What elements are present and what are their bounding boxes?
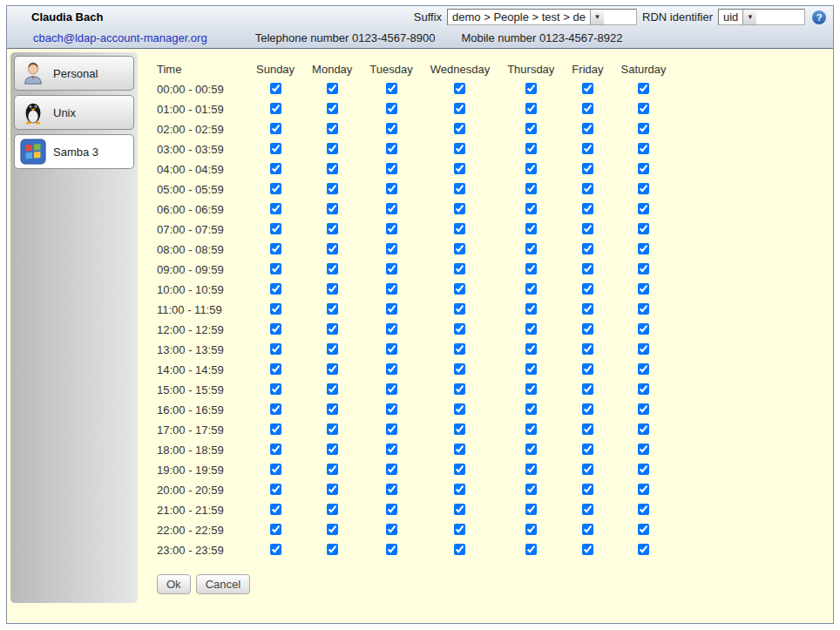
logon-hour-checkbox[interactable] — [454, 444, 465, 455]
logon-hour-checkbox[interactable] — [454, 123, 465, 134]
logon-hour-checkbox[interactable] — [327, 303, 338, 315]
logon-hour-checkbox[interactable] — [582, 223, 593, 234]
logon-hour-checkbox[interactable] — [386, 504, 397, 515]
logon-hour-checkbox[interactable] — [582, 544, 593, 555]
logon-hour-checkbox[interactable] — [638, 383, 649, 395]
logon-hour-checkbox[interactable] — [327, 83, 338, 94]
logon-hour-checkbox[interactable] — [525, 383, 537, 395]
logon-hour-checkbox[interactable] — [454, 383, 465, 395]
logon-hour-checkbox[interactable] — [638, 223, 649, 234]
logon-hour-checkbox[interactable] — [454, 223, 465, 234]
cancel-button[interactable]: Cancel — [196, 574, 250, 594]
logon-hour-checkbox[interactable] — [525, 544, 537, 555]
logon-hour-checkbox[interactable] — [386, 343, 397, 355]
logon-hour-checkbox[interactable] — [454, 143, 465, 154]
tab-personal[interactable]: Personal — [14, 56, 134, 91]
logon-hour-checkbox[interactable] — [582, 524, 593, 535]
logon-hour-checkbox[interactable] — [525, 423, 537, 435]
logon-hour-checkbox[interactable] — [270, 504, 281, 515]
logon-hour-checkbox[interactable] — [327, 143, 338, 154]
logon-hour-checkbox[interactable] — [454, 183, 465, 194]
logon-hour-checkbox[interactable] — [270, 383, 281, 395]
logon-hour-checkbox[interactable] — [525, 343, 537, 355]
logon-hour-checkbox[interactable] — [270, 464, 281, 475]
logon-hour-checkbox[interactable] — [386, 83, 397, 94]
logon-hour-checkbox[interactable] — [270, 223, 281, 234]
logon-hour-checkbox[interactable] — [525, 163, 537, 174]
logon-hour-checkbox[interactable] — [582, 283, 593, 295]
logon-hour-checkbox[interactable] — [327, 504, 338, 515]
logon-hour-checkbox[interactable] — [525, 403, 537, 415]
logon-hour-checkbox[interactable] — [582, 423, 593, 435]
logon-hour-checkbox[interactable] — [454, 243, 465, 254]
logon-hour-checkbox[interactable] — [525, 323, 537, 335]
logon-hour-checkbox[interactable] — [638, 263, 649, 274]
logon-hour-checkbox[interactable] — [525, 103, 537, 114]
logon-hour-checkbox[interactable] — [454, 403, 465, 415]
logon-hour-checkbox[interactable] — [525, 143, 537, 154]
logon-hour-checkbox[interactable] — [525, 243, 537, 254]
logon-hour-checkbox[interactable] — [582, 263, 593, 274]
logon-hour-checkbox[interactable] — [270, 123, 281, 134]
logon-hour-checkbox[interactable] — [454, 303, 465, 315]
logon-hour-checkbox[interactable] — [638, 524, 649, 535]
logon-hour-checkbox[interactable] — [270, 103, 281, 114]
logon-hour-checkbox[interactable] — [386, 484, 397, 495]
logon-hour-checkbox[interactable] — [327, 403, 338, 415]
logon-hour-checkbox[interactable] — [454, 83, 465, 94]
logon-hour-checkbox[interactable] — [525, 223, 537, 234]
logon-hour-checkbox[interactable] — [638, 423, 649, 435]
logon-hour-checkbox[interactable] — [327, 243, 338, 254]
logon-hour-checkbox[interactable] — [582, 143, 593, 154]
logon-hour-checkbox[interactable] — [386, 143, 397, 154]
logon-hour-checkbox[interactable] — [327, 123, 338, 134]
logon-hour-checkbox[interactable] — [386, 243, 397, 254]
logon-hour-checkbox[interactable] — [327, 363, 338, 375]
logon-hour-checkbox[interactable] — [454, 504, 465, 515]
logon-hour-checkbox[interactable] — [327, 263, 338, 274]
logon-hour-checkbox[interactable] — [525, 283, 537, 295]
logon-hour-checkbox[interactable] — [454, 524, 465, 535]
logon-hour-checkbox[interactable] — [386, 263, 397, 274]
logon-hour-checkbox[interactable] — [270, 183, 281, 194]
logon-hour-checkbox[interactable] — [525, 504, 537, 515]
logon-hour-checkbox[interactable] — [582, 363, 593, 375]
logon-hour-checkbox[interactable] — [270, 444, 281, 455]
logon-hour-checkbox[interactable] — [525, 524, 537, 535]
logon-hour-checkbox[interactable] — [454, 323, 465, 335]
logon-hour-checkbox[interactable] — [270, 423, 281, 435]
logon-hour-checkbox[interactable] — [582, 484, 593, 495]
logon-hour-checkbox[interactable] — [386, 283, 397, 295]
rdn-identifier-select[interactable]: uid ▼ — [718, 9, 805, 25]
logon-hour-checkbox[interactable] — [270, 403, 281, 415]
logon-hour-checkbox[interactable] — [270, 484, 281, 495]
logon-hour-checkbox[interactable] — [525, 263, 537, 274]
logon-hour-checkbox[interactable] — [638, 464, 649, 475]
logon-hour-checkbox[interactable] — [327, 223, 338, 234]
logon-hour-checkbox[interactable] — [454, 544, 465, 555]
help-icon[interactable]: ? — [812, 10, 826, 24]
logon-hour-checkbox[interactable] — [638, 243, 649, 254]
logon-hour-checkbox[interactable] — [327, 203, 338, 214]
logon-hour-checkbox[interactable] — [270, 363, 281, 375]
logon-hour-checkbox[interactable] — [327, 544, 338, 555]
logon-hour-checkbox[interactable] — [327, 464, 338, 475]
logon-hour-checkbox[interactable] — [270, 283, 281, 295]
logon-hour-checkbox[interactable] — [270, 143, 281, 154]
logon-hour-checkbox[interactable] — [270, 323, 281, 335]
logon-hour-checkbox[interactable] — [525, 464, 537, 475]
chevron-down-icon[interactable]: ▼ — [590, 10, 604, 24]
logon-hour-checkbox[interactable] — [270, 243, 281, 254]
logon-hour-checkbox[interactable] — [638, 363, 649, 375]
logon-hour-checkbox[interactable] — [638, 183, 649, 194]
logon-hour-checkbox[interactable] — [525, 83, 537, 94]
logon-hour-checkbox[interactable] — [525, 363, 537, 375]
logon-hour-checkbox[interactable] — [327, 524, 338, 535]
logon-hour-checkbox[interactable] — [454, 464, 465, 475]
logon-hour-checkbox[interactable] — [454, 263, 465, 274]
logon-hour-checkbox[interactable] — [386, 303, 397, 315]
logon-hour-checkbox[interactable] — [386, 524, 397, 535]
logon-hour-checkbox[interactable] — [638, 484, 649, 495]
logon-hour-checkbox[interactable] — [386, 363, 397, 375]
logon-hour-checkbox[interactable] — [638, 143, 649, 154]
